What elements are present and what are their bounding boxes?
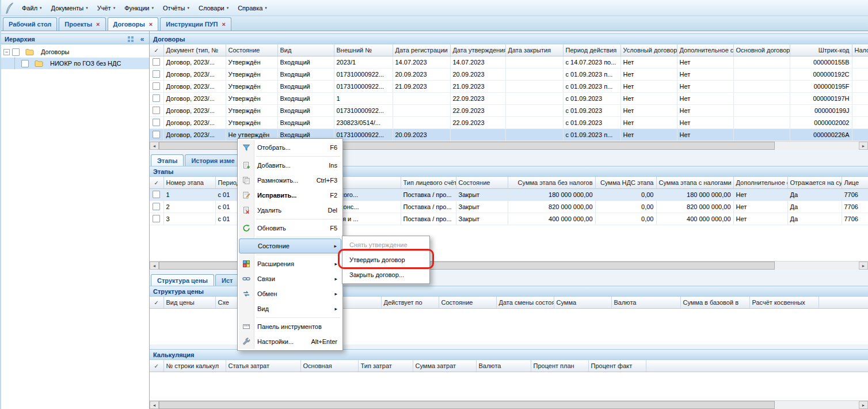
column-header[interactable]: Дополнительное с xyxy=(733,177,787,188)
column-header[interactable]: Нало xyxy=(852,44,868,56)
column-header[interactable]: Сумма этапа без налогов xyxy=(508,177,595,188)
context-menu-item[interactable]: Состояние▸ xyxy=(239,238,341,253)
checkbox-column-header[interactable]: ✓ xyxy=(150,360,163,372)
horizontal-scrollbar[interactable]: ◄ ► xyxy=(150,400,868,409)
checkbox-column-header[interactable]: ✓ xyxy=(150,177,163,188)
row-checkbox[interactable] xyxy=(153,58,160,66)
column-header[interactable]: Дата регистрации xyxy=(393,44,450,56)
close-icon[interactable]: × xyxy=(222,21,226,28)
tree-checkbox[interactable] xyxy=(12,48,20,56)
column-header[interactable]: Дополнительное с xyxy=(677,44,733,56)
column-header[interactable]: Тип лицевого счёт xyxy=(401,177,456,188)
menubar-item[interactable]: Документы▾ xyxy=(47,2,93,14)
checkbox-column-header[interactable]: ✓ xyxy=(150,44,163,56)
table-row[interactable]: Договор, 2023/...УтверждёнВходящий017310… xyxy=(150,68,868,80)
column-header[interactable]: Внешний № xyxy=(334,44,393,56)
tree-checkbox[interactable] xyxy=(21,60,29,67)
menubar-item[interactable]: Отчёты▾ xyxy=(158,2,194,14)
approve-contract-menu-item[interactable]: Утвердить договор xyxy=(344,252,428,267)
menubar-item[interactable]: Функции▾ xyxy=(120,2,158,14)
table-row[interactable]: Договор, 2023/...УтверждёнВходящий2023/1… xyxy=(150,56,868,68)
collapse-toggle-icon[interactable]: − xyxy=(3,49,10,55)
column-header[interactable]: Состояние xyxy=(226,44,277,56)
column-header[interactable]: Вид цены xyxy=(163,297,215,308)
column-header[interactable]: Сумма НДС этапа xyxy=(595,177,656,188)
context-menu-item[interactable]: Отобрать...F6 xyxy=(239,140,341,155)
row-checkbox[interactable] xyxy=(153,191,160,198)
column-header[interactable]: Документ (тип, № xyxy=(163,44,226,56)
checkbox-column-header[interactable]: ✓ xyxy=(150,297,163,308)
tree-item[interactable]: −Договоры xyxy=(1,46,149,58)
column-header[interactable]: Валюта xyxy=(611,297,680,308)
tab[interactable]: Инструкции ПУП× xyxy=(160,17,231,31)
remove-approval-menu-item[interactable]: Снять утверждение xyxy=(344,237,428,252)
tab[interactable]: Структура цены xyxy=(151,274,214,286)
close-contract-menu-item[interactable]: Закрыть договор... xyxy=(344,267,428,282)
column-header[interactable]: Основная xyxy=(300,360,358,372)
row-checkbox[interactable] xyxy=(153,94,160,102)
scroll-right-icon[interactable]: ► xyxy=(859,142,868,150)
menubar-item[interactable]: Учёт▾ xyxy=(93,2,120,14)
column-header[interactable]: Штрих-код xyxy=(790,44,852,56)
scrollbar-thumb[interactable] xyxy=(159,401,775,409)
menubar-item[interactable]: Словари▾ xyxy=(194,2,233,14)
context-menu-item[interactable]: Панель инструментов xyxy=(239,319,341,334)
column-header[interactable]: Сумма xyxy=(554,297,611,308)
column-header[interactable]: Отражается на су xyxy=(787,177,842,188)
context-menu-item[interactable]: Вид▸ xyxy=(239,301,341,316)
column-header[interactable]: Номер этапа xyxy=(163,177,215,188)
tab[interactable]: Рабочий стол xyxy=(3,17,57,31)
column-header[interactable]: Период действия xyxy=(563,44,620,56)
close-icon[interactable]: × xyxy=(96,21,100,28)
row-checkbox[interactable] xyxy=(153,70,160,78)
grid-view-icon[interactable] xyxy=(126,35,135,44)
column-header[interactable]: Дата смены состоя xyxy=(496,297,554,308)
row-checkbox[interactable] xyxy=(153,82,160,90)
column-header[interactable]: Сумма этапа с налогами xyxy=(656,177,733,188)
menubar-item[interactable]: Справка▾ xyxy=(233,2,272,14)
tree-item[interactable]: НИОКР по ГОЗ без НДС xyxy=(1,58,149,69)
context-menu-item[interactable]: Исправить...F2 xyxy=(239,188,341,203)
column-header[interactable]: Состояние xyxy=(456,177,508,188)
scroll-right-icon[interactable]: ► xyxy=(859,401,868,409)
context-menu-item[interactable]: Обмен▸ xyxy=(239,286,341,301)
menubar-item[interactable]: Файл▾ xyxy=(17,2,47,14)
close-icon[interactable]: × xyxy=(149,21,153,28)
column-header[interactable]: Сумма в базовой в xyxy=(680,297,749,308)
column-header[interactable]: Основной договор xyxy=(733,44,790,56)
column-header[interactable]: Состояние xyxy=(439,297,496,308)
row-checkbox[interactable] xyxy=(153,131,160,138)
column-header[interactable]: Условный договор xyxy=(620,44,677,56)
row-checkbox[interactable] xyxy=(153,119,160,126)
context-menu-item[interactable]: Настройки...Alt+Enter xyxy=(239,334,341,349)
tab[interactable]: Проекты× xyxy=(59,17,105,31)
context-menu-item[interactable]: УдалитьDel xyxy=(239,203,341,218)
context-menu-item[interactable]: Добавить...Ins xyxy=(239,158,341,173)
tab[interactable]: Этапы xyxy=(151,154,184,166)
row-checkbox[interactable] xyxy=(153,203,160,210)
context-menu-item[interactable]: Связи▸ xyxy=(239,271,341,286)
column-header[interactable]: Статья затрат xyxy=(226,360,300,372)
context-menu-item[interactable]: ОбновитьF5 xyxy=(239,221,341,236)
table-row[interactable]: Договор, 2023/...УтверждёнВходящий017310… xyxy=(150,80,868,92)
column-header[interactable]: Процент план xyxy=(531,360,588,372)
scroll-left-icon[interactable]: ◄ xyxy=(150,262,159,270)
column-header[interactable]: Процент факт xyxy=(588,360,646,372)
column-header[interactable]: Сумма затрат xyxy=(413,360,476,372)
context-menu-item[interactable]: Расширения▸ xyxy=(239,256,341,271)
scroll-left-icon[interactable]: ◄ xyxy=(150,401,159,409)
collapse-sidebar-icon[interactable]: « xyxy=(138,35,147,44)
column-header[interactable]: Валюта xyxy=(476,360,531,372)
scroll-right-icon[interactable]: ► xyxy=(859,262,868,270)
scrollbar-track[interactable] xyxy=(159,401,859,409)
column-header[interactable]: Тип затрат xyxy=(358,360,413,372)
column-header[interactable]: № строки калькул xyxy=(163,360,226,372)
context-menu-item[interactable]: Размножить...Ctrl+F3 xyxy=(239,173,341,188)
tab[interactable]: Договоры× xyxy=(108,17,159,31)
table-row[interactable]: Договор, 2023/...УтверждёнВходящий122.09… xyxy=(150,92,868,104)
column-header[interactable]: Действует по xyxy=(381,297,439,308)
row-checkbox[interactable] xyxy=(153,215,160,222)
column-header[interactable]: Дата утверждения xyxy=(450,44,505,56)
column-header[interactable]: Лице xyxy=(842,177,868,188)
column-header[interactable]: Расчёт косвенных xyxy=(749,297,818,308)
